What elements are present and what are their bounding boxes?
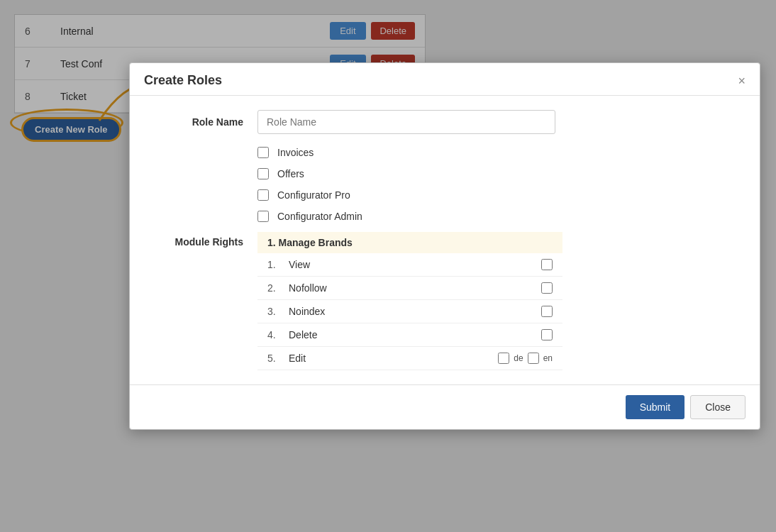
role-name-row: Role Name [151, 110, 738, 134]
item-name: Noindex [289, 306, 541, 317]
checkbox-label-cb_offers: Offers [277, 168, 304, 179]
close-button[interactable]: Close [690, 395, 745, 419]
module-item: 2. Nofollow [257, 277, 562, 300]
item-num: 2. [267, 282, 289, 294]
item-name: View [289, 259, 541, 270]
checkbox-cb_offers[interactable] [257, 168, 269, 179]
item-checkbox[interactable] [541, 329, 553, 340]
modal-header: Create Roles × [130, 63, 760, 96]
item-num: 4. [267, 329, 289, 340]
checkbox-label-cb_configurator_pro: Configurator Pro [277, 189, 350, 201]
checkboxes-section: Invoices Offers Configurator Pro Configu… [257, 147, 738, 222]
checkbox-cb_invoices[interactable] [257, 147, 269, 158]
module-item: 3. Noindex [257, 300, 562, 323]
checkbox-row: Invoices [257, 147, 738, 158]
module-header: 1. Manage Brands [257, 232, 562, 253]
module-rights-label: Module Rights [151, 232, 243, 248]
checkbox-label-cb_configurator_admin: Configurator Admin [277, 211, 362, 222]
modal-body: Role Name Invoices Offers Configurator P… [130, 96, 760, 384]
checkbox-row: Configurator Pro [257, 189, 738, 201]
item-checkbox[interactable] [541, 282, 553, 294]
item-check [541, 259, 553, 270]
item-name: Delete [289, 329, 541, 340]
item-checkbox-en[interactable] [528, 353, 539, 364]
lang-de-label: de [514, 353, 523, 363]
module-rights-section: Module Rights 1. Manage Brands 1. View 2… [151, 232, 738, 370]
module-item: 5. Edit de en [257, 347, 562, 370]
item-check [541, 306, 553, 317]
item-checkbox[interactable] [541, 259, 553, 270]
item-num: 1. [267, 259, 289, 270]
item-name: Nofollow [289, 282, 541, 294]
submit-button[interactable]: Submit [626, 395, 685, 419]
item-num: 3. [267, 306, 289, 317]
checkbox-cb_configurator_pro[interactable] [257, 189, 269, 201]
module-rights-content: 1. Manage Brands 1. View 2. Nofollow 3. … [257, 232, 738, 370]
item-name: Edit [289, 353, 498, 364]
checkbox-cb_configurator_admin[interactable] [257, 211, 269, 222]
module-items-list: 1. View 2. Nofollow 3. Noindex 4. De [257, 253, 738, 370]
item-num: 5. [267, 353, 289, 364]
item-check [541, 329, 553, 340]
create-roles-modal: Create Roles × Role Name Invoices Offers… [129, 62, 760, 430]
modal-close-x-button[interactable]: × [738, 74, 745, 87]
modal-title: Create Roles [144, 73, 222, 88]
role-name-label: Role Name [151, 116, 243, 128]
item-checkbox[interactable] [541, 306, 553, 317]
checkbox-row: Configurator Admin [257, 211, 738, 222]
modal-footer: Submit Close [130, 384, 760, 429]
module-item: 1. View [257, 253, 562, 277]
checkbox-row: Offers [257, 168, 738, 179]
lang-en-label: en [543, 353, 553, 363]
item-checkbox-de[interactable] [498, 353, 509, 364]
item-check [541, 282, 553, 294]
module-item: 4. Delete [257, 323, 562, 347]
checkbox-label-cb_invoices: Invoices [277, 147, 314, 158]
item-check: de en [498, 353, 553, 364]
role-name-input[interactable] [257, 110, 555, 134]
